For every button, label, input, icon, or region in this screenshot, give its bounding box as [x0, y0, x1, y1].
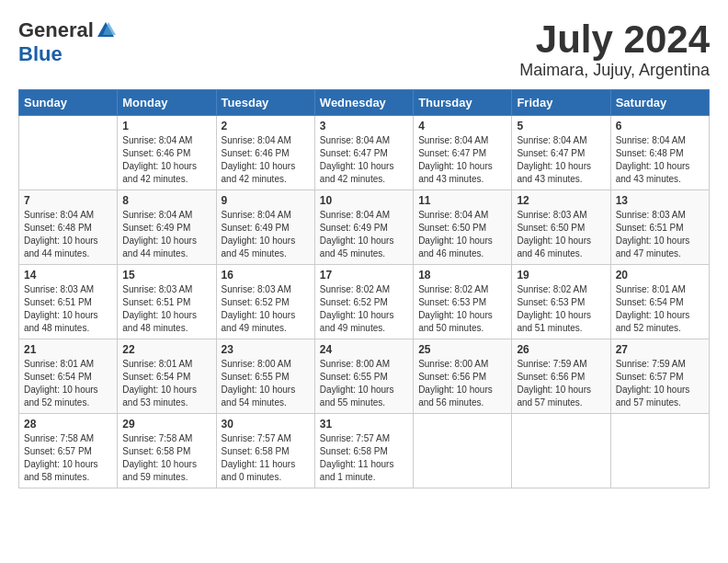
day-number: 30 [222, 418, 310, 431]
day-number: 21 [24, 343, 112, 356]
calendar-week-row: 7Sunrise: 8:04 AM Sunset: 6:48 PM Daylig… [19, 190, 710, 265]
calendar-cell: 16Sunrise: 8:03 AM Sunset: 6:52 PM Dayli… [216, 265, 314, 339]
day-info: Sunrise: 8:04 AM Sunset: 6:47 PM Dayligh… [517, 134, 605, 186]
day-number: 25 [418, 343, 506, 356]
calendar-cell: 7Sunrise: 8:04 AM Sunset: 6:48 PM Daylig… [19, 190, 118, 265]
calendar-header-friday: Friday [512, 90, 610, 116]
calendar-cell: 22Sunrise: 8:01 AM Sunset: 6:54 PM Dayli… [118, 339, 216, 414]
calendar-cell: 30Sunrise: 7:57 AM Sunset: 6:58 PM Dayli… [216, 414, 314, 488]
title-block: July 2024 Maimara, Jujuy, Argentina [519, 18, 710, 80]
day-number: 6 [616, 120, 704, 132]
calendar-cell: 11Sunrise: 8:04 AM Sunset: 6:50 PM Dayli… [414, 190, 512, 265]
day-number: 24 [320, 343, 408, 356]
calendar-cell: 2Sunrise: 8:04 AM Sunset: 6:46 PM Daylig… [216, 116, 314, 190]
day-info: Sunrise: 8:04 AM Sunset: 6:46 PM Dayligh… [122, 134, 210, 186]
calendar-header-tuesday: Tuesday [216, 90, 314, 116]
calendar-cell [19, 116, 118, 190]
calendar-header-thursday: Thursday [414, 90, 512, 116]
calendar-week-row: 28Sunrise: 7:58 AM Sunset: 6:57 PM Dayli… [19, 414, 710, 488]
calendar-cell: 21Sunrise: 8:01 AM Sunset: 6:54 PM Dayli… [19, 339, 118, 414]
calendar-cell: 5Sunrise: 8:04 AM Sunset: 6:47 PM Daylig… [512, 116, 610, 190]
day-number: 10 [320, 194, 408, 207]
calendar-cell: 18Sunrise: 8:02 AM Sunset: 6:53 PM Dayli… [414, 265, 512, 339]
calendar-cell: 28Sunrise: 7:58 AM Sunset: 6:57 PM Dayli… [19, 414, 118, 488]
day-number: 20 [616, 269, 704, 282]
logo-general-text: General [18, 18, 94, 42]
calendar-cell: 29Sunrise: 7:58 AM Sunset: 6:58 PM Dayli… [118, 414, 216, 488]
calendar-header-row: SundayMondayTuesdayWednesdayThursdayFrid… [19, 90, 710, 116]
day-info: Sunrise: 8:04 AM Sunset: 6:48 PM Dayligh… [616, 134, 704, 186]
day-number: 16 [222, 269, 310, 282]
day-number: 2 [222, 120, 310, 132]
calendar-cell: 14Sunrise: 8:03 AM Sunset: 6:51 PM Dayli… [19, 265, 118, 339]
calendar-cell: 12Sunrise: 8:03 AM Sunset: 6:50 PM Dayli… [512, 190, 610, 265]
calendar-cell: 8Sunrise: 8:04 AM Sunset: 6:49 PM Daylig… [118, 190, 216, 265]
day-number: 11 [418, 194, 506, 207]
day-number: 28 [24, 418, 112, 431]
day-number: 12 [517, 194, 605, 207]
day-number: 8 [122, 194, 210, 207]
calendar-cell: 23Sunrise: 8:00 AM Sunset: 6:55 PM Dayli… [216, 339, 314, 414]
day-info: Sunrise: 8:04 AM Sunset: 6:47 PM Dayligh… [418, 134, 506, 186]
day-info: Sunrise: 8:01 AM Sunset: 6:54 PM Dayligh… [24, 358, 112, 409]
calendar-cell [512, 414, 610, 488]
day-number: 14 [24, 269, 112, 282]
day-info: Sunrise: 8:04 AM Sunset: 6:47 PM Dayligh… [320, 134, 408, 186]
day-info: Sunrise: 8:04 AM Sunset: 6:46 PM Dayligh… [222, 134, 310, 186]
calendar-header-sunday: Sunday [19, 90, 118, 116]
calendar-cell [414, 414, 512, 488]
calendar-table: SundayMondayTuesdayWednesdayThursdayFrid… [18, 89, 710, 488]
logo-icon [96, 20, 116, 40]
day-info: Sunrise: 8:02 AM Sunset: 6:53 PM Dayligh… [418, 283, 506, 335]
logo-blue-text: Blue [18, 42, 63, 66]
calendar-header-wednesday: Wednesday [314, 90, 413, 116]
day-info: Sunrise: 8:04 AM Sunset: 6:50 PM Dayligh… [418, 209, 506, 260]
day-info: Sunrise: 8:02 AM Sunset: 6:53 PM Dayligh… [517, 283, 605, 335]
day-info: Sunrise: 7:57 AM Sunset: 6:58 PM Dayligh… [222, 432, 310, 484]
location-subtitle: Maimara, Jujuy, Argentina [519, 61, 710, 80]
page-header: General Blue July 2024 Maimara, Jujuy, A… [18, 18, 710, 80]
day-info: Sunrise: 7:58 AM Sunset: 6:57 PM Dayligh… [24, 432, 112, 484]
calendar-cell: 17Sunrise: 8:02 AM Sunset: 6:52 PM Dayli… [314, 265, 413, 339]
day-number: 13 [616, 194, 704, 207]
calendar-week-row: 21Sunrise: 8:01 AM Sunset: 6:54 PM Dayli… [19, 339, 710, 414]
day-info: Sunrise: 8:03 AM Sunset: 6:51 PM Dayligh… [24, 283, 112, 335]
day-info: Sunrise: 8:00 AM Sunset: 6:55 PM Dayligh… [222, 358, 310, 409]
day-info: Sunrise: 8:03 AM Sunset: 6:51 PM Dayligh… [616, 209, 704, 260]
calendar-cell: 13Sunrise: 8:03 AM Sunset: 6:51 PM Dayli… [610, 190, 709, 265]
day-number: 17 [320, 269, 408, 282]
day-info: Sunrise: 8:03 AM Sunset: 6:52 PM Dayligh… [222, 283, 310, 335]
day-info: Sunrise: 8:00 AM Sunset: 6:55 PM Dayligh… [320, 358, 408, 409]
calendar-cell: 15Sunrise: 8:03 AM Sunset: 6:51 PM Dayli… [118, 265, 216, 339]
calendar-cell: 19Sunrise: 8:02 AM Sunset: 6:53 PM Dayli… [512, 265, 610, 339]
calendar-cell: 27Sunrise: 7:59 AM Sunset: 6:57 PM Dayli… [610, 339, 709, 414]
day-info: Sunrise: 8:01 AM Sunset: 6:54 PM Dayligh… [616, 283, 704, 335]
day-info: Sunrise: 7:58 AM Sunset: 6:58 PM Dayligh… [122, 432, 210, 484]
day-number: 1 [122, 120, 210, 132]
calendar-cell: 3Sunrise: 8:04 AM Sunset: 6:47 PM Daylig… [314, 116, 413, 190]
day-info: Sunrise: 8:04 AM Sunset: 6:48 PM Dayligh… [24, 209, 112, 260]
day-number: 26 [517, 343, 605, 356]
calendar-cell: 25Sunrise: 8:00 AM Sunset: 6:56 PM Dayli… [414, 339, 512, 414]
day-number: 4 [418, 120, 506, 132]
calendar-cell: 4Sunrise: 8:04 AM Sunset: 6:47 PM Daylig… [414, 116, 512, 190]
day-number: 27 [616, 343, 704, 356]
calendar-cell: 10Sunrise: 8:04 AM Sunset: 6:49 PM Dayli… [314, 190, 413, 265]
day-number: 22 [122, 343, 210, 356]
day-info: Sunrise: 7:57 AM Sunset: 6:58 PM Dayligh… [320, 432, 408, 484]
day-number: 15 [122, 269, 210, 282]
day-number: 18 [418, 269, 506, 282]
day-number: 19 [517, 269, 605, 282]
day-info: Sunrise: 7:59 AM Sunset: 6:57 PM Dayligh… [616, 358, 704, 409]
calendar-cell: 31Sunrise: 7:57 AM Sunset: 6:58 PM Dayli… [314, 414, 413, 488]
day-number: 7 [24, 194, 112, 207]
day-info: Sunrise: 8:03 AM Sunset: 6:51 PM Dayligh… [122, 283, 210, 335]
day-number: 29 [122, 418, 210, 431]
calendar-cell: 9Sunrise: 8:04 AM Sunset: 6:49 PM Daylig… [216, 190, 314, 265]
calendar-cell: 26Sunrise: 7:59 AM Sunset: 6:56 PM Dayli… [512, 339, 610, 414]
day-info: Sunrise: 8:04 AM Sunset: 6:49 PM Dayligh… [122, 209, 210, 260]
day-number: 3 [320, 120, 408, 132]
calendar-cell: 24Sunrise: 8:00 AM Sunset: 6:55 PM Dayli… [314, 339, 413, 414]
calendar-cell [610, 414, 709, 488]
calendar-week-row: 1Sunrise: 8:04 AM Sunset: 6:46 PM Daylig… [19, 116, 710, 190]
